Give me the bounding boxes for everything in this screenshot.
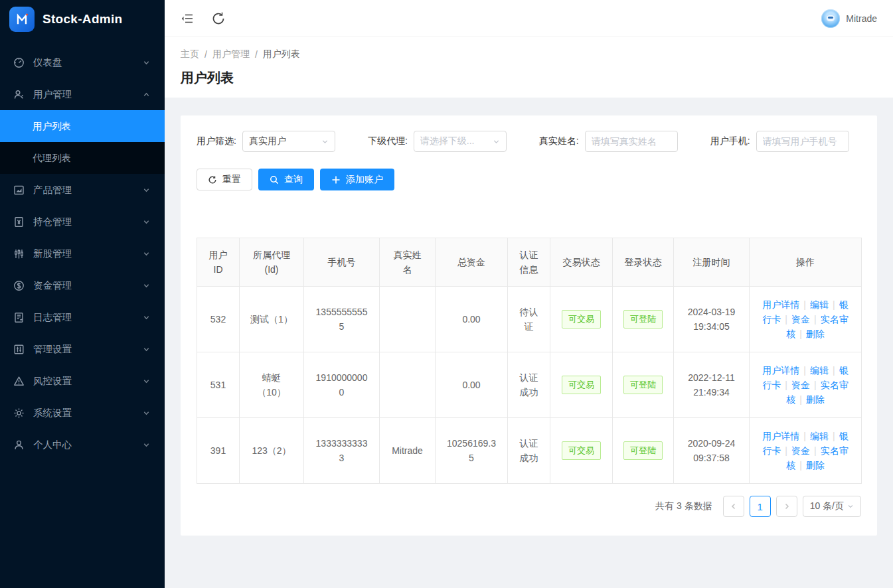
topbar: Mitrade (165, 0, 893, 37)
username: Mitrade (846, 13, 877, 24)
collapse-sidebar-icon[interactable] (181, 11, 195, 26)
query-button[interactable]: 查询 (258, 169, 314, 190)
sidebar-item-system-settings[interactable]: 系统设置 (0, 397, 165, 429)
cell-user-id: 391 (197, 418, 240, 484)
cell-real-name (380, 287, 436, 352)
user-phone-input[interactable] (763, 136, 843, 147)
action-separator: | (785, 314, 787, 325)
funds-link[interactable]: 资金 (791, 445, 810, 456)
table-header-row: 用户ID 所属代理(Id) 手机号 真实姓名 总资金 认证信息 交易状态 登录状… (197, 238, 862, 287)
user-table: 用户ID 所属代理(Id) 手机号 真实姓名 总资金 认证信息 交易状态 登录状… (197, 238, 862, 484)
chevron-down-icon (143, 346, 150, 353)
cell-login-status: 可登陆 (613, 287, 674, 352)
col-actions: 操作 (750, 238, 862, 287)
position-doc-icon (13, 216, 25, 228)
sidebar-item-funds-management[interactable]: 资金管理 (0, 269, 165, 301)
delete-link[interactable]: 删除 (806, 329, 825, 339)
breadcrumb-home[interactable]: 主页 (181, 48, 199, 60)
sidebar-item-log-management[interactable]: 日志管理 (0, 301, 165, 333)
chevron-down-icon (143, 378, 150, 385)
sidebar: Stock-Admin 仪表盘 用户管理 (0, 0, 165, 588)
cell-trade-status: 可交易 (550, 287, 613, 352)
sidebar-item-new-stock-management[interactable]: 新股管理 (0, 238, 165, 269)
user-detail-link[interactable]: 用户详情 (762, 299, 799, 310)
chevron-down-icon (143, 441, 150, 449)
cell-actions: 用户详情|编辑|银行卡|资金|实名审核|删除 (750, 287, 862, 352)
filter-row: 用户筛选: 真实用户 下级代理: 请选择下级... (197, 131, 868, 152)
action-separator: | (814, 445, 817, 456)
sidebar-item-profile-center[interactable]: 个人中心 (0, 429, 165, 461)
page-title: 用户列表 (181, 69, 877, 87)
cell-phone: 19100000000 (304, 352, 380, 418)
breadcrumb-user-management[interactable]: 用户管理 (212, 48, 250, 60)
cell-agent: 123（2） (240, 418, 304, 484)
action-separator: | (814, 380, 817, 390)
add-account-button[interactable]: 添加账户 (320, 169, 394, 190)
sidebar-item-label: 风控设置 (33, 375, 143, 388)
real-name-input[interactable] (592, 136, 671, 147)
page-header: 主页 / 用户管理 / 用户列表 用户列表 (165, 37, 893, 98)
chevron-down-icon (847, 503, 854, 510)
refresh-icon[interactable] (211, 11, 226, 26)
chevron-down-icon (321, 138, 329, 145)
sidebar-item-risk-settings[interactable]: 风控设置 (0, 365, 165, 397)
edit-link[interactable]: 编辑 (810, 299, 829, 310)
user-phone-input-wrap (756, 131, 849, 152)
page-size-select[interactable]: 10 条/页 (803, 496, 861, 517)
sidebar-item-position-management[interactable]: 持仓管理 (0, 206, 165, 238)
action-separator: | (785, 445, 787, 456)
cell-phone: 13333333333 (304, 418, 380, 484)
filter-sub-agent: 下级代理: 请选择下级... (368, 131, 507, 152)
col-reg-time: 注册时间 (674, 238, 750, 287)
sidebar-item-user-management[interactable]: 用户管理 (0, 78, 165, 110)
user-detail-link[interactable]: 用户详情 (762, 365, 799, 376)
pagination-page-1[interactable]: 1 (750, 496, 771, 517)
sub-agent-select[interactable]: 请选择下级... (414, 131, 507, 152)
edit-link[interactable]: 编辑 (810, 431, 829, 441)
profile-person-icon (13, 439, 25, 451)
chevron-up-icon (143, 91, 150, 98)
plus-icon (331, 175, 341, 184)
pagination-prev-button[interactable] (723, 496, 744, 517)
app-layout: Stock-Admin 仪表盘 用户管理 (0, 0, 893, 588)
cell-login-status: 可登陆 (613, 352, 674, 418)
edit-link[interactable]: 编辑 (810, 365, 829, 376)
reset-button[interactable]: 重置 (197, 169, 252, 190)
select-value: 真实用户 (249, 135, 321, 147)
user-type-select[interactable]: 真实用户 (242, 131, 335, 152)
cell-user-id: 532 (197, 287, 240, 352)
delete-link[interactable]: 删除 (806, 460, 825, 471)
cell-trade-status: 可交易 (550, 418, 613, 484)
toolbar: 重置 查询 添加账户 (197, 169, 868, 190)
sidebar-item-product-management[interactable]: 产品管理 (0, 174, 165, 206)
cell-total-funds: 0.00 (436, 352, 508, 418)
sidebar-item-admin-settings[interactable]: 管理设置 (0, 333, 165, 365)
sidebar-item-label: 新股管理 (33, 248, 143, 260)
sidebar-item-label: 仪表盘 (33, 56, 143, 69)
sidebar-item-user-list[interactable]: 用户列表 (0, 110, 165, 142)
cell-actions: 用户详情|编辑|银行卡|资金|实名审核|删除 (750, 352, 862, 418)
filter-user-type: 用户筛选: 真实用户 (197, 131, 335, 152)
sidebar-item-dashboard[interactable]: 仪表盘 (0, 46, 165, 78)
dashboard-icon (13, 57, 25, 68)
col-login-status: 登录状态 (613, 238, 674, 287)
query-label: 查询 (284, 174, 303, 186)
delete-link[interactable]: 删除 (806, 394, 825, 405)
chevron-down-icon (143, 186, 150, 194)
sidebar-item-agent-list[interactable]: 代理列表 (0, 142, 165, 174)
user-table-wrap: 用户ID 所属代理(Id) 手机号 真实姓名 总资金 认证信息 交易状态 登录状… (197, 238, 868, 484)
col-trade-status: 交易状态 (550, 238, 613, 287)
funds-link[interactable]: 资金 (791, 314, 810, 325)
user-detail-link[interactable]: 用户详情 (762, 431, 799, 441)
login-status-badge: 可登陆 (623, 376, 663, 394)
breadcrumb-separator: / (255, 49, 258, 60)
app-logo[interactable]: Stock-Admin (0, 0, 165, 38)
cell-login-status: 可登陆 (613, 418, 674, 484)
pagination-next-button[interactable] (776, 496, 797, 517)
sidebar-item-label: 日志管理 (33, 311, 143, 324)
user-menu[interactable]: Mitrade (821, 9, 877, 28)
breadcrumb-separator: / (204, 49, 207, 60)
reset-icon (208, 175, 217, 184)
funds-link[interactable]: 资金 (791, 380, 810, 390)
reset-label: 重置 (222, 174, 241, 186)
